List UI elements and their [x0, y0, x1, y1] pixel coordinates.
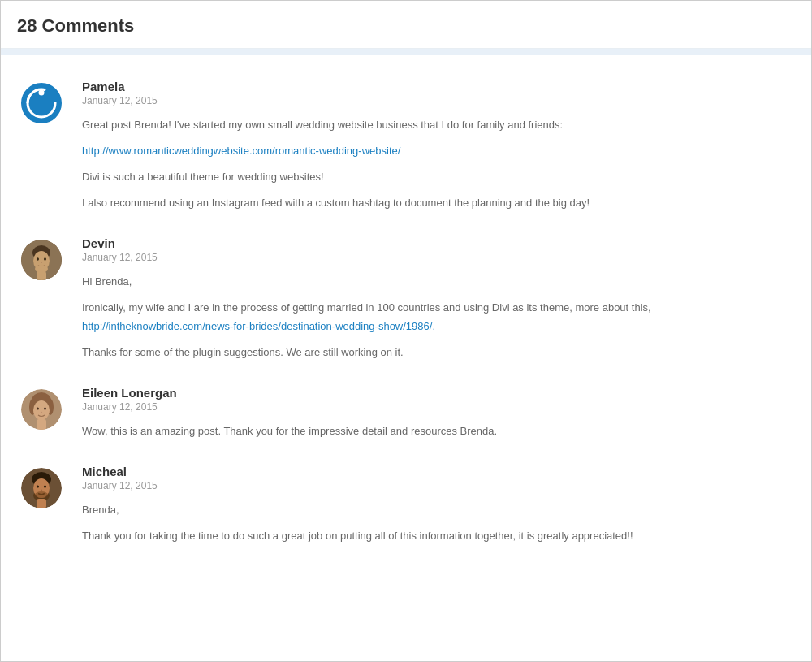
devin-avatar-icon — [21, 240, 62, 280]
comment-paragraph: I also recommend using an Instagram feed… — [82, 194, 795, 212]
comment-link[interactable]: http://intheknowbride.com/news-for-bride… — [82, 320, 435, 332]
svg-point-25 — [37, 485, 39, 487]
comment-date: January 12, 2015 — [82, 401, 795, 413]
micheal-avatar-icon — [21, 468, 62, 508]
comment-author: Micheal — [82, 465, 795, 478]
comment-date: January 12, 2015 — [82, 252, 795, 263]
comment-paragraph: Thanks for some of the plugin suggestion… — [82, 344, 795, 361]
svg-rect-20 — [37, 419, 46, 430]
comment-paragraph: Wow, this is an amazing post. Thank you … — [82, 422, 795, 440]
page-container: 28 Comments PamelaJanuary 12, 2015Great … — [0, 0, 812, 662]
comment-item: MichealJanuary 12, 2015Brenda,Thank you … — [17, 448, 795, 553]
svg-point-26 — [44, 485, 46, 487]
avatar-container — [17, 465, 66, 545]
avatar — [21, 83, 62, 123]
comments-header: 28 Comments — [1, 1, 811, 49]
comment-item: PamelaJanuary 12, 2015Great post Brenda!… — [17, 63, 795, 220]
comment-paragraph: Great post Brenda! I've started my own s… — [82, 116, 795, 134]
svg-point-17 — [37, 407, 39, 409]
comment-item: Eileen LonerganJanuary 12, 2015Wow, this… — [17, 370, 795, 448]
comment-paragraph: Brenda, — [82, 501, 795, 519]
comment-date: January 12, 2015 — [82, 95, 795, 106]
svg-point-18 — [44, 407, 46, 409]
comments-title: 28 Comments — [17, 15, 795, 37]
avatar-container — [17, 80, 66, 212]
avatar — [21, 389, 62, 430]
pamela-avatar-icon — [23, 84, 60, 122]
comment-link[interactable]: http://www.romanticweddingwebsite.com/ro… — [82, 145, 400, 157]
avatar-container — [17, 386, 66, 440]
comment-author: Eileen Lonergan — [82, 386, 795, 400]
svg-rect-11 — [37, 271, 46, 280]
comment-author: Pamela — [82, 80, 795, 93]
svg-rect-29 — [37, 499, 46, 508]
comment-paragraph: Divi is such a beautiful theme for weddi… — [82, 168, 795, 186]
comment-paragraph: Thank you for taking the time to do such… — [82, 527, 795, 545]
svg-point-7 — [37, 258, 39, 262]
svg-point-16 — [33, 400, 50, 420]
avatar-container — [17, 236, 66, 361]
comment-author: Devin — [82, 236, 795, 250]
comment-paragraph: Ironically, my wife and I are in the pro… — [82, 299, 795, 335]
svg-point-19 — [41, 411, 42, 413]
avatar — [21, 468, 62, 508]
comment-paragraph: http://www.romanticweddingwebsite.com/ro… — [82, 142, 795, 160]
svg-point-28 — [35, 491, 48, 498]
svg-point-27 — [41, 489, 42, 491]
comments-list: PamelaJanuary 12, 2015Great post Brenda!… — [1, 55, 811, 561]
svg-point-3 — [39, 90, 45, 96]
comment-body: DevinJanuary 12, 2015Hi Brenda,Ironicall… — [82, 236, 795, 361]
comment-paragraph: Hi Brenda, — [82, 273, 795, 291]
comment-item: DevinJanuary 12, 2015Hi Brenda,Ironicall… — [17, 220, 795, 369]
avatar — [21, 240, 62, 280]
comment-body: Eileen LonerganJanuary 12, 2015Wow, this… — [82, 386, 795, 440]
svg-point-8 — [44, 258, 46, 262]
comment-body: PamelaJanuary 12, 2015Great post Brenda!… — [82, 80, 795, 212]
comment-body: MichealJanuary 12, 2015Brenda,Thank you … — [82, 465, 795, 545]
comments-divider — [1, 49, 811, 55]
svg-point-9 — [41, 262, 42, 264]
eileen-avatar-icon — [21, 389, 62, 430]
comment-date: January 12, 2015 — [82, 480, 795, 491]
